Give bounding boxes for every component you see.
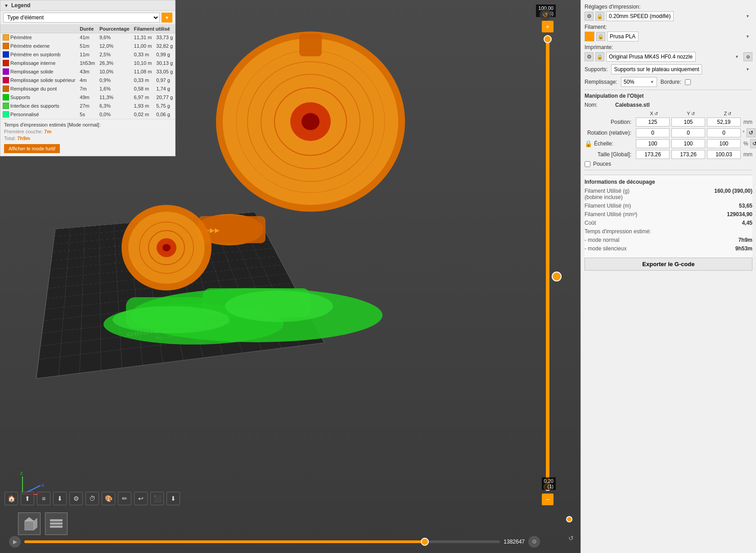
legend-row-name: Remplissage solide supérieur (0, 76, 77, 85)
z-reset-icon[interactable]: ↺ (728, 111, 731, 116)
h-slider-track[interactable] (24, 540, 500, 543)
play-icon[interactable]: ▶ (9, 536, 21, 548)
slider-thumb-top[interactable] (544, 35, 552, 43)
printer-label: Imprimante: (585, 44, 752, 50)
legend-row-weight: 0,97 g (154, 76, 175, 85)
slider-down-btn[interactable]: − (542, 494, 554, 505)
rotation-reset-btn[interactable]: ↺ (747, 128, 756, 137)
legend-row-duration: 51m (77, 42, 97, 50)
settings-icon[interactable]: ⚙ (528, 536, 540, 548)
legend-panel: ▼ Legend Type d'élément ▼ Durée Pourcent… (0, 0, 176, 156)
taille-z-input[interactable]: 100,03 (707, 150, 741, 159)
z-header: Z ↺ (710, 111, 745, 116)
svg-rect-33 (50, 519, 63, 521)
export-gcode-button[interactable]: Exporter le G-code (585, 258, 752, 271)
slider-up-btn[interactable]: + (542, 21, 554, 32)
print-settings-label: Réglages d'impression: (585, 4, 752, 10)
position-z-input[interactable]: 52,19 (707, 118, 741, 127)
toolbar-settings-btn[interactable]: ⚙ (69, 492, 83, 505)
legend-row-weight: 0,06 g (154, 110, 175, 119)
legend-row-weight: 5,75 g (154, 102, 175, 110)
printer-select[interactable]: Original Prusa MK4S HF0.4 nozzle (606, 52, 696, 62)
legend-row-percentage: 12,0% (97, 42, 132, 50)
x-reset-icon[interactable]: ↺ (654, 111, 658, 116)
toolbar-time-btn[interactable]: ⏱ (86, 492, 99, 505)
legend-footer: Temps d'impression estimés [Mode normal]… (0, 119, 175, 156)
legend-filter-select[interactable]: Type d'élément (3, 13, 160, 23)
toolbar-color-btn[interactable]: 🎨 (102, 492, 115, 505)
print-profile-gear-icon[interactable]: ⚙ (585, 12, 594, 21)
echelle-reset-btn[interactable]: ↺ (750, 139, 756, 148)
echelle-row: 🔒 Échelle: 100 100 100 % ↺ (585, 139, 752, 148)
supports-select[interactable]: Supports sur le plateau uniquement (611, 64, 702, 74)
rotation-z-input[interactable]: 0 (707, 128, 741, 137)
mode-normal-label: - mode normal (585, 237, 738, 243)
remplissage-select-wrapper: 50% (621, 77, 657, 87)
toolbar-undo-btn[interactable]: ↩ (134, 492, 148, 505)
orange-handle (566, 516, 572, 522)
total-row: Total: 7h9m (4, 136, 171, 141)
toolbar-row: 🏠 ⬆ ≡ ⬇ ⚙ ⏱ 🎨 ✏ ↩ ⬛ ⬇ (0, 489, 184, 508)
position-y-input[interactable]: 105 (671, 118, 705, 127)
echelle-y-input[interactable]: 100 (671, 139, 705, 148)
legend-row-duration: 41m (77, 33, 97, 42)
bordure-checkbox[interactable] (685, 79, 691, 85)
legend-table-row: Remplissage du pont 7m 1,6% 0,58 m 1,74 … (0, 85, 175, 93)
print-profile-row: ⚙ 🔒 0.20mm SPEED (modifié) (585, 11, 752, 21)
refresh-icon[interactable]: ↺ (540, 9, 551, 21)
legend-row-name: Périmètre en surplomb (0, 50, 77, 59)
printer-gear-icon[interactable]: ⚙ (585, 52, 594, 61)
taille-unit: mm (743, 151, 752, 158)
h-slider-value: 1382647 (504, 539, 525, 545)
mode-silencieux-row: - mode silencieux 9h53m (585, 245, 752, 252)
print-profile-lock-icon[interactable]: 🔒 (595, 12, 604, 21)
printer-settings-icon[interactable]: ⚙ (743, 52, 752, 61)
legend-table-row: Supports 49m 11,3% 6,97 m 20,77 g (0, 93, 175, 102)
legend-row-duration: 49m (77, 93, 97, 102)
nav-layers-btn[interactable] (45, 512, 68, 535)
printer-lock-icon[interactable]: 🔒 (595, 52, 604, 61)
printer-select-wrapper: Original Prusa MK4S HF0.4 nozzle (606, 52, 742, 62)
legend-row-name: Interface des supports (0, 102, 77, 110)
toolbar-down-btn[interactable]: ⬇ (53, 492, 67, 505)
toolbar-view-btn[interactable]: ⬛ (150, 492, 164, 505)
legend-table-row: Périmètre en surplomb 11m 2,5% 0,33 m 0,… (0, 50, 175, 59)
legend-row-length: 11,08 m (132, 68, 154, 76)
filament-select-wrapper: Prusa PLA (607, 32, 752, 41)
grid-lines-v (36, 213, 324, 378)
filament-color-swatch[interactable] (585, 32, 594, 41)
refresh-bottom-icon[interactable]: ↺ (565, 532, 577, 544)
nav-cube-icon (21, 516, 37, 532)
remplissage-select[interactable]: 50% (621, 77, 657, 87)
taille-y-input[interactable]: 173,26 (671, 150, 705, 159)
echelle-lock-icon[interactable]: 🔒 (585, 140, 592, 147)
toolbar-up-btn[interactable]: ⬆ (21, 492, 34, 505)
toolbar-layers-btn[interactable]: ≡ (37, 492, 50, 505)
toolbar-edit-btn[interactable]: ✏ (118, 492, 131, 505)
print-profile-select[interactable]: 0.20mm SPEED (modifié) (606, 11, 674, 21)
toolbar-home-btn[interactable]: 🏠 (4, 492, 18, 505)
legend-row-duration: 4m (77, 76, 97, 85)
nav-cube[interactable] (18, 512, 40, 535)
taille-label: Taille [Global]: (585, 151, 634, 158)
h-slider-thumb[interactable] (421, 538, 429, 546)
remplissage-label: Remplissage: (585, 79, 617, 85)
echelle-x-input[interactable]: 100 (636, 139, 670, 148)
filament-select[interactable]: Prusa PLA (607, 32, 639, 41)
legend-row-percentage: 11,3% (97, 93, 132, 102)
taille-x-input[interactable]: 173,26 (636, 150, 670, 159)
pouces-checkbox[interactable] (585, 161, 590, 167)
slider-track[interactable] (546, 35, 549, 491)
toolbar-export-btn[interactable]: ⬇ (166, 492, 180, 505)
filament-lock-icon[interactable]: 🔒 (596, 32, 605, 41)
rotation-x-input[interactable]: 0 (636, 128, 670, 137)
stealth-mode-button[interactable]: Afficher le mode furtif (4, 144, 60, 153)
legend-filter-btn[interactable]: ▼ (162, 13, 172, 23)
echelle-z-input[interactable]: 100 (707, 139, 741, 148)
rotation-y-input[interactable]: 0 (671, 128, 705, 137)
legend-row-weight: 30,13 g (154, 59, 175, 68)
filament-m-value: 53,65 (739, 203, 752, 209)
y-reset-icon[interactable]: ↺ (691, 111, 695, 116)
position-x-input[interactable]: 125 (636, 118, 670, 127)
taille-row: Taille [Global]: 173,26 173,26 100,03 mm (585, 150, 752, 159)
